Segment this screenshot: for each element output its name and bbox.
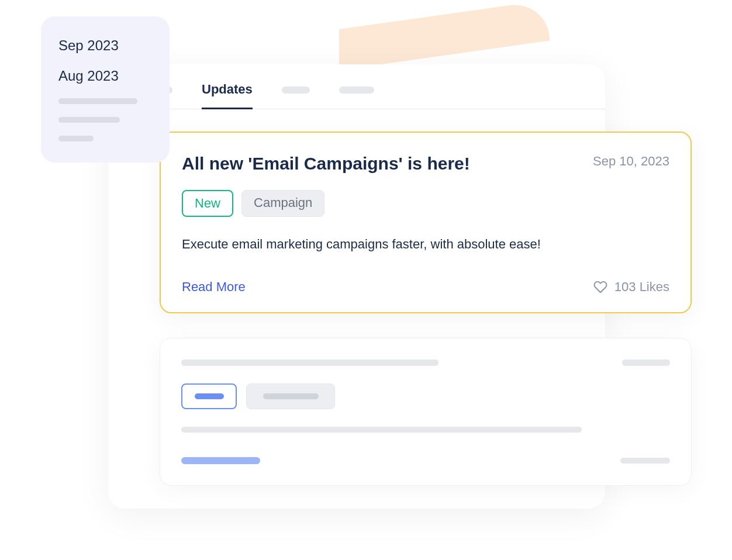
placeholder-tag-inner: [263, 393, 319, 399]
placeholder-tag: [246, 383, 335, 409]
placeholder-header: [181, 359, 670, 366]
placeholder-date: [622, 359, 670, 366]
tag-new[interactable]: New: [182, 190, 233, 217]
tab-placeholder[interactable]: [339, 87, 374, 104]
placeholder-likes: [620, 458, 670, 464]
heart-icon: [593, 280, 607, 294]
sidebar-placeholder: [58, 136, 94, 141]
card-header: All new 'Email Campaigns' is here! Sep 1…: [182, 154, 669, 174]
decorative-shape: [339, 0, 550, 70]
sidebar-placeholder: [58, 117, 120, 123]
sidebar: Sep 2023 Aug 2023: [41, 16, 170, 163]
likes-count: 103 Likes: [614, 279, 669, 295]
tab-placeholder-bar: [339, 87, 374, 94]
featured-update-card: All new 'Email Campaigns' is here! Sep 1…: [160, 132, 692, 313]
placeholder-body: [181, 427, 582, 433]
read-more-link[interactable]: Read More: [182, 279, 246, 295]
placeholder-tags: [181, 383, 670, 409]
card-date: Sep 10, 2023: [593, 154, 669, 169]
tab-updates[interactable]: Updates: [202, 82, 253, 109]
sidebar-item-sep[interactable]: Sep 2023: [58, 37, 152, 54]
sidebar-item-aug[interactable]: Aug 2023: [58, 68, 152, 84]
tab-placeholder[interactable]: [282, 87, 310, 104]
placeholder-readmore: [181, 457, 260, 464]
sidebar-placeholder: [58, 98, 137, 104]
card-footer: Read More 103 Likes: [182, 279, 669, 295]
placeholder-title: [181, 359, 438, 366]
card-title: All new 'Email Campaigns' is here!: [182, 154, 470, 174]
tags: New Campaign: [182, 190, 669, 217]
placeholder-tag-inner: [195, 393, 224, 399]
tag-campaign[interactable]: Campaign: [241, 190, 324, 217]
placeholder-update-card: [160, 338, 692, 486]
likes[interactable]: 103 Likes: [593, 279, 669, 295]
tab-placeholder-bar: [282, 87, 310, 94]
placeholder-footer: [181, 457, 670, 464]
tabs: Updates: [108, 64, 605, 109]
placeholder-tag: [181, 383, 237, 409]
card-description: Execute email marketing campaigns faster…: [182, 236, 669, 254]
